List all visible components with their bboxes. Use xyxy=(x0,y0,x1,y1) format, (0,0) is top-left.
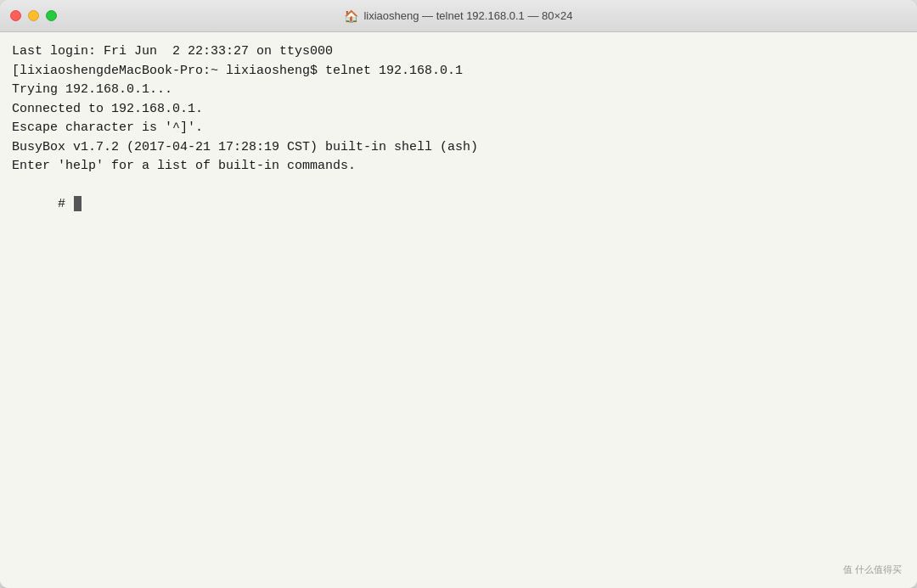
terminal-line: Escape character is '^]'. xyxy=(12,119,905,138)
terminal-line: Last login: Fri Jun 2 22:33:27 on ttys00… xyxy=(12,42,905,62)
title-label: lixiaosheng — telnet 192.168.0.1 — 80×24 xyxy=(363,9,572,22)
minimize-button[interactable] xyxy=(28,10,39,21)
terminal-line: Connected to 192.168.0.1. xyxy=(12,100,905,120)
scrollbar[interactable] xyxy=(909,32,915,588)
maximize-button[interactable] xyxy=(46,10,57,21)
terminal-line: [lixiaoshengdeMacBook-Pro:~ lixiaosheng$… xyxy=(12,62,905,81)
window-title: 🏠 lixiaosheng — telnet 192.168.0.1 — 80×… xyxy=(344,9,572,23)
terminal-window: 🏠 lixiaosheng — telnet 192.168.0.1 — 80×… xyxy=(0,0,917,588)
titlebar: 🏠 lixiaosheng — telnet 192.168.0.1 — 80×… xyxy=(0,0,917,32)
prompt-text: # xyxy=(58,197,73,211)
watermark-text: 值 什么值得买 xyxy=(843,564,902,574)
close-button[interactable] xyxy=(10,10,21,21)
watermark: 值 什么值得买 xyxy=(843,563,902,577)
home-icon: 🏠 xyxy=(344,9,358,23)
terminal-line: Enter 'help' for a list of built-in comm… xyxy=(12,157,905,176)
terminal-body[interactable]: Last login: Fri Jun 2 22:33:27 on ttys00… xyxy=(0,32,917,588)
traffic-lights xyxy=(10,10,57,21)
terminal-prompt-line: # xyxy=(12,176,905,234)
cursor xyxy=(74,196,82,211)
terminal-line: Trying 192.168.0.1... xyxy=(12,81,905,100)
terminal-line: BusyBox v1.7.2 (2017-04-21 17:28:19 CST)… xyxy=(12,138,905,158)
